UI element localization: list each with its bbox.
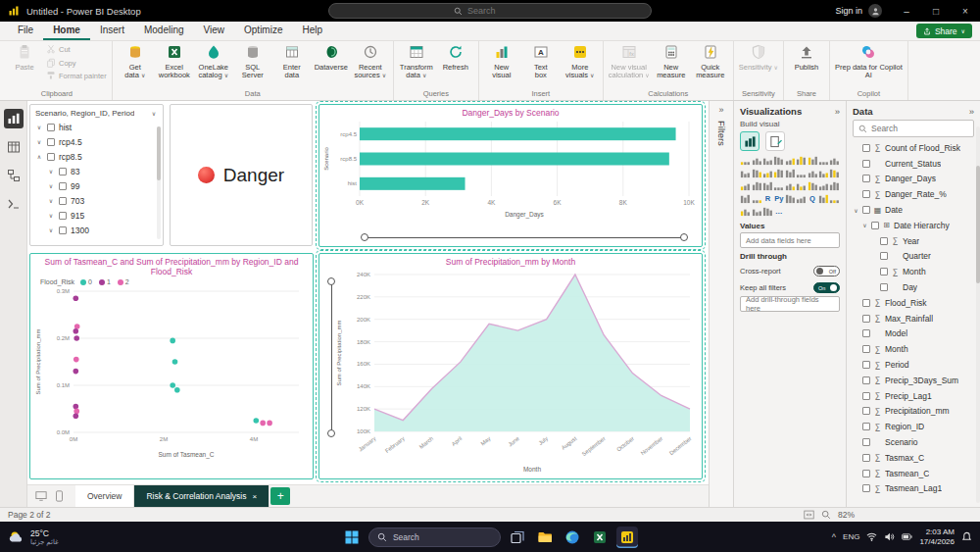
field-precip-3days-sum[interactable]: ∑Precip_3Days_Sum <box>853 373 974 388</box>
field-month[interactable]: ∑Month <box>853 341 974 357</box>
field-checkbox[interactable] <box>862 315 870 323</box>
field-period[interactable]: ∑Period <box>853 357 974 373</box>
field-checkbox[interactable] <box>862 345 870 353</box>
format-visual-tab[interactable] <box>765 131 785 151</box>
field-precip-lag1[interactable]: ∑Precip_Lag1 <box>853 388 974 404</box>
field-scenario[interactable]: Scenario <box>853 434 974 450</box>
viz-type-matrix[interactable] <box>751 192 761 204</box>
keep-all-filters-toggle[interactable]: On <box>813 282 840 293</box>
slicer-checkbox[interactable] <box>47 138 55 146</box>
menu-view[interactable]: View <box>194 22 235 40</box>
field-tasmean-c[interactable]: ∑Tasmean_C <box>853 466 974 481</box>
field-precipitation-mm[interactable]: ∑Precipitation_mm <box>853 404 974 420</box>
field-checkbox[interactable] <box>862 361 870 369</box>
sign-in-button[interactable]: Sign in <box>835 6 862 16</box>
report-view-button[interactable] <box>4 109 24 128</box>
field-danger-days[interactable]: ∑Danger_Days <box>853 172 974 187</box>
field-checkbox[interactable] <box>862 190 870 198</box>
mobile-layout-icon[interactable] <box>55 490 64 502</box>
zoom-level[interactable]: 82% <box>838 510 855 520</box>
slicer-expand-icon[interactable]: ∧ <box>35 153 43 160</box>
field-checkbox[interactable] <box>862 329 870 337</box>
viz-type-stacked-column-chart[interactable] <box>751 154 761 166</box>
ribbon-button-sql-server[interactable]: SQLServer <box>233 42 272 80</box>
cross-report-toggle[interactable]: Off <box>813 266 840 276</box>
viz-type-key-influencers[interactable] <box>785 192 796 204</box>
field-checkbox[interactable] <box>862 454 870 462</box>
collapse-visualizations-icon[interactable]: » <box>835 106 840 117</box>
ribbon-button-new-visual-calculation[interactable]: fxNew visualcalculation ∨ <box>607 42 652 80</box>
minimize-button[interactable]: – <box>892 0 921 22</box>
report-canvas[interactable]: Scenario, Region_ID, Period ∨ ∨hist∨rcp4… <box>27 101 709 484</box>
slicer-item-hist[interactable]: ∨hist <box>30 120 163 134</box>
values-field-well[interactable]: Add data fields here <box>740 232 840 248</box>
viz-type-clustered-column-chart[interactable] <box>773 154 784 166</box>
viz-type-multi-row-card[interactable] <box>807 179 817 191</box>
slicer-item-1300[interactable]: ∨1300 <box>30 223 163 237</box>
bar-chart-visual[interactable]: Danger_Days by Scenario 0K2K4K6K8K10Krcp… <box>318 104 703 247</box>
field-date[interactable]: ∨▦Date <box>853 202 974 218</box>
field-checkbox[interactable] <box>880 237 888 245</box>
drill-through-field-well[interactable]: Add drill-through fields here <box>740 296 840 312</box>
field-quarter[interactable]: Quarter <box>853 249 974 265</box>
ribbon-button-more-visuals[interactable]: Morevisuals ∨ <box>561 42 600 80</box>
field-checkbox[interactable] <box>880 268 888 276</box>
viz-type-gauge[interactable] <box>785 179 796 191</box>
menu-help[interactable]: Help <box>292 22 332 40</box>
ribbon-button-new-measure[interactable]: Newmeasure <box>652 42 691 80</box>
viz-type-card[interactable] <box>796 179 807 191</box>
field-expand-icon[interactable]: ∨ <box>853 207 859 214</box>
slicer-checkbox[interactable] <box>47 124 55 131</box>
scatter-chart-visual[interactable]: Sum of Tasmean_C and Sum of Precipitatio… <box>29 253 314 479</box>
dax-query-view-button[interactable] <box>4 194 24 214</box>
field-tasmean-lag1[interactable]: ∑Tasmean_Lag1 <box>853 481 974 497</box>
bar-chart-zoom-slider[interactable] <box>361 233 688 241</box>
field-checkbox[interactable] <box>862 376 870 384</box>
close-button[interactable]: × <box>951 0 980 22</box>
viz-type-funnel-chart[interactable] <box>785 167 796 178</box>
viz-type-power-automate[interactable] <box>762 205 773 217</box>
field-region-id[interactable]: ∑Region_ID <box>853 419 974 434</box>
ribbon-button-enter-data[interactable]: Enterdata <box>272 42 312 80</box>
slicer-item-rcp8-5[interactable]: ∧rcp8.5 <box>30 149 163 164</box>
viz-type-decomposition-tree[interactable] <box>796 192 807 204</box>
slicer-expand-icon[interactable]: ∨ <box>35 138 43 145</box>
field-checkbox[interactable] <box>880 252 888 260</box>
field-checkbox[interactable] <box>862 484 870 492</box>
model-view-button[interactable] <box>4 166 24 185</box>
viz-type-shape-map[interactable] <box>762 179 773 191</box>
slicer-item-rcp4-5[interactable]: ∨rcp4.5 <box>30 134 163 149</box>
slicer-expand-icon[interactable]: ∨ <box>47 197 55 204</box>
viz-type-clustered-bar-chart[interactable] <box>762 154 773 166</box>
viz-type-arcgis-map[interactable] <box>740 205 751 217</box>
slicer-checkbox[interactable] <box>59 197 67 205</box>
ribbon-button-sensitivity[interactable]: Sensitivity ∨ <box>737 42 780 72</box>
ribbon-button-cut[interactable]: Cut <box>44 44 109 57</box>
ribbon-button-refresh[interactable]: Refresh <box>436 42 475 72</box>
ribbon-button-onelake-catalog[interactable]: OneLakecatalog ∨ <box>194 42 233 80</box>
viz-type-table[interactable] <box>740 192 751 204</box>
ribbon-button-format-painter[interactable]: Format painter <box>44 71 109 83</box>
share-button[interactable]: Share ∨ <box>916 24 972 38</box>
field-year[interactable]: ∑Year <box>853 233 974 249</box>
area-chart-visual[interactable]: Sum of Precipitation_mm by Month 100K120… <box>318 253 703 479</box>
viz-type-area-chart[interactable] <box>818 154 829 166</box>
ribbon-button-paste[interactable]: Paste <box>5 42 44 72</box>
viz-type-paginated-report[interactable] <box>829 192 840 204</box>
slicer-item-915[interactable]: ∨915 <box>30 208 163 223</box>
power-bi-icon[interactable] <box>616 527 638 548</box>
viz-type-100-stacked-bar-chart[interactable] <box>785 154 796 166</box>
task-view-button[interactable] <box>507 527 528 548</box>
volume-icon[interactable] <box>884 531 895 542</box>
field-checkbox[interactable] <box>871 222 879 229</box>
menu-insert[interactable]: Insert <box>90 22 134 40</box>
maximize-button[interactable]: □ <box>921 0 951 22</box>
clock[interactable]: 2:03 AM 17/4/2026 <box>919 527 955 547</box>
status-card-visual[interactable]: Danger <box>170 104 313 246</box>
table-view-button[interactable] <box>4 137 24 157</box>
slicer-expand-icon[interactable]: ∨ <box>35 124 43 130</box>
ribbon-button-transform-data[interactable]: Transformdata ∨ <box>397 42 436 80</box>
ribbon-button-quick-measure[interactable]: Quickmeasure <box>691 42 730 80</box>
viz-type-line-and-clustered-column-chart[interactable] <box>751 167 761 178</box>
field-checkbox[interactable] <box>862 438 870 446</box>
